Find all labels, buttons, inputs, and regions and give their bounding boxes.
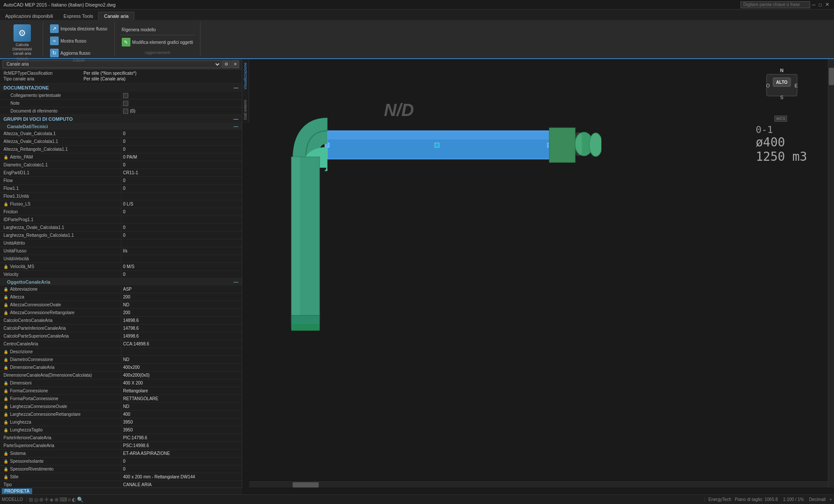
status-scale: 1:100 / 1% <box>781 497 806 502</box>
prop-key: Altezza_Ovale_Calcolata.1 <box>0 130 121 137</box>
prop-row: Diametro_Calcolato1.10 <box>0 161 242 169</box>
qprop-icon[interactable]: 🔍 <box>77 497 83 503</box>
reducer-fitting[interactable] <box>549 128 575 162</box>
ortho-icon[interactable]: ⊕ <box>39 497 43 503</box>
prop-key: 🔒Attrito_PAM <box>0 153 121 161</box>
restore-btn[interactable]: □ <box>817 2 823 7</box>
panel-btn-1[interactable]: ⚙ <box>222 60 230 68</box>
lock-icon: 🔒 <box>3 358 8 362</box>
oggetto-collapse[interactable]: — <box>234 279 238 285</box>
prop-val <box>121 348 242 355</box>
lock-icon: 🔒 <box>3 420 8 424</box>
calcola-btn[interactable]: ⚙ CalcolaDimensioni canali aria <box>5 23 39 56</box>
prop-row: 🔒FormaConnessioneRettangolare <box>0 387 242 395</box>
tab-visualizzazione[interactable]: Visualizzazione <box>242 59 249 93</box>
aggiornamenti-btns: Rigenera modello ✎ Modifica elementi gra… <box>120 23 195 50</box>
prop-key: 🔒AltezzaConnessioneRettangolare <box>0 309 121 316</box>
prop-key: 🔒DimensioneCanaleAria <box>0 364 121 371</box>
duct-handle-center[interactable] <box>435 143 439 147</box>
prop-val: 14998.6 <box>121 332 242 340</box>
prop-val <box>121 239 242 247</box>
tab-applicazioni[interactable]: Applicazioni disponibili <box>0 12 58 20</box>
prop-val: 400 <box>121 411 242 418</box>
minimize-btn[interactable]: ─ <box>811 2 817 7</box>
tab-proprieta[interactable]: PROPRIETÀ <box>2 488 32 494</box>
panel-btn-2[interactable]: ✕ <box>231 60 239 68</box>
btn-modifica-grafici[interactable]: ✎ Modifica elementi grafici oggetti <box>120 37 195 47</box>
prop-key: 🔒Abbreviazione <box>0 285 121 293</box>
scrollbar-v-thumb[interactable] <box>829 68 834 85</box>
prop-key: Friction <box>0 208 121 216</box>
btn-mostra-flusso[interactable]: ≈ Mostra flusso <box>48 36 109 46</box>
prop-row: 🔒Flusso_LS0 L/S <box>0 200 242 208</box>
gruppi-collapse[interactable]: — <box>234 116 238 122</box>
btn-aggiorna-flusso[interactable]: ↻ Aggiorna flusso <box>48 48 109 58</box>
prop-key: Velocity <box>0 271 121 278</box>
calcola-btn-inner[interactable]: ⚙ CalcolaDimensioni canali aria <box>5 23 39 56</box>
prop-row: Friction0 <box>0 208 242 216</box>
prop-key: 🔒SpessoreRivestimento <box>0 465 121 473</box>
otrack-icon[interactable]: ⊗ <box>54 497 59 503</box>
transparency-icon[interactable]: ◐ <box>72 497 76 503</box>
btn-rigenera[interactable]: Rigenera modello <box>120 27 195 33</box>
section-canale-dati[interactable]: CanaleDatiTecnici — <box>0 123 242 130</box>
prop-key: 🔒Dimensioni <box>0 379 121 387</box>
snap-icon[interactable]: ◎ <box>34 497 38 503</box>
linewidth-icon[interactable]: ≡ <box>68 497 71 503</box>
checkbox-note <box>123 101 128 106</box>
prop-val: 0 PA/M <box>121 153 242 161</box>
aggiorna-flusso-icon: ↻ <box>50 49 59 57</box>
grid-icon[interactable]: ⊞ <box>29 497 33 503</box>
canale-dati-label: CanaleDatiTecnici <box>7 124 48 129</box>
prop-key: 🔒Descrizione <box>0 348 121 355</box>
lock-icon: 🔒 <box>3 287 8 292</box>
prop-row: CalcoloCentroCanaleAria14898.6 <box>0 317 242 325</box>
ribbon-group-calcola: ⚙ CalcolaDimensioni canali aria Calcoli <box>2 22 43 56</box>
prop-row: CentroCanaleAriaCCA:14898.6 <box>0 340 242 348</box>
section-oggetto[interactable]: OggettoCanaleAria — <box>0 279 242 285</box>
prop-val: 0 <box>121 161 242 169</box>
compass-o: O <box>766 83 770 88</box>
mostra-flusso-label: Mostra flusso <box>60 39 86 43</box>
status-model[interactable]: MODELLO <box>2 497 27 502</box>
prop-row: 🔒DimensioneCanaleAria400x200 <box>0 364 242 371</box>
prop-row: DimensioneCanaleAria(DimensioneCalcolata… <box>0 371 242 379</box>
collegamento-key: Collegamento ipertestuale <box>0 92 121 99</box>
aggiorna-flusso-label: Aggiorna flusso <box>60 51 90 56</box>
prop-tipo-val: Per stile (Canale aria) <box>83 76 126 81</box>
modifica-icon: ✎ <box>122 38 130 46</box>
tab-express[interactable]: Express Tools <box>58 12 98 20</box>
prop-key: 🔒Altezza <box>0 293 121 301</box>
polar-icon[interactable]: ✛ <box>44 497 49 503</box>
prop-key: 🔒FormaConnessione <box>0 387 121 395</box>
canale-dati-collapse[interactable]: — <box>234 124 238 129</box>
prop-row: Flow1.1Unità <box>0 192 242 200</box>
object-type-select[interactable]: Canale aria <box>3 60 221 68</box>
lock-icon: 🔒 <box>3 350 8 354</box>
prop-val: ND <box>121 301 242 308</box>
scrollbar-v[interactable] <box>828 59 834 487</box>
doc-collapse[interactable]: — <box>234 85 238 90</box>
scrollbar-h[interactable] <box>249 481 828 487</box>
scrollbar-h-thumb[interactable] <box>293 482 319 487</box>
prop-val: l/s <box>121 247 242 255</box>
duct-end[interactable] <box>589 133 601 156</box>
compass-n: N <box>780 68 784 73</box>
doc-rif-val: (0) <box>121 107 242 115</box>
tab-canale[interactable]: Canale aria <box>98 12 134 20</box>
prop-val: ND <box>121 403 242 410</box>
close-btn[interactable]: ✕ <box>824 2 831 7</box>
dynin-icon[interactable]: ⌨ <box>60 497 67 503</box>
section-gruppi[interactable]: GRUPPI DI VOCI DI COMPUTO — <box>0 115 242 123</box>
lock-icon: 🔒 <box>3 451 8 456</box>
mostra-flusso-icon: ≈ <box>50 36 59 45</box>
prop-row: Velocity0 <box>0 271 242 279</box>
status-plus[interactable]: + <box>829 497 832 503</box>
btn-imposta-flusso[interactable]: ↗ Imposta direzione flusso <box>48 23 109 34</box>
aggiornamenti-sep <box>120 35 195 35</box>
tab-dati-esterni[interactable]: Dati esterni <box>242 96 249 123</box>
section-documentazione[interactable]: DOCUMENTAZIONE — <box>0 84 242 92</box>
osnap-icon[interactable]: ◈ <box>50 497 53 503</box>
calcola-icon: ⚙ <box>13 24 31 42</box>
search-input[interactable] <box>741 1 810 8</box>
